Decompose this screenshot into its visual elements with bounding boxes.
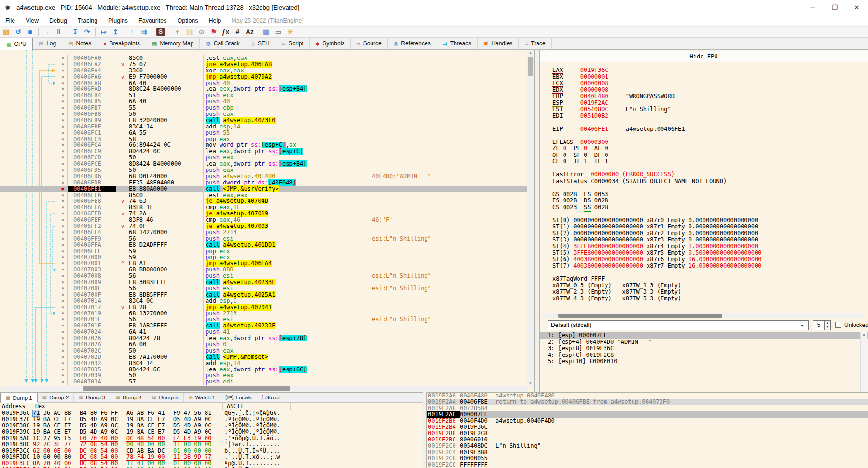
instruction-dot[interactable]: ● — [58, 285, 68, 292]
tab-dump-4[interactable]: ▦Dump 4 — [110, 393, 147, 402]
tab-dump-5[interactable]: ▦Dump 5 — [147, 393, 184, 402]
step-over-icon[interactable]: ↷ — [81, 27, 93, 37]
register-line[interactable] — [552, 119, 868, 126]
instruction-dot[interactable]: ● — [58, 92, 68, 99]
argument-row[interactable]: 1: [esp] 000007FF — [540, 332, 868, 339]
register-line[interactable]: ST(7) 40038000000000000000 x87r7 Empty 1… — [552, 263, 868, 269]
stack-panel[interactable]: 0019F2A00040F480a4wsetup.0040F4800019F2A… — [426, 392, 868, 468]
disasm-row[interactable]: ●00406FFF59pop ecx — [0, 248, 528, 255]
disassembly-panel[interactable]: EIP ●00406FA085C0test eax,eax●00406FA2v7… — [0, 50, 535, 392]
menu-favourites[interactable]: Favourites — [133, 17, 172, 24]
trace-into-icon[interactable]: ⇉ — [138, 27, 150, 37]
close-button[interactable]: ✕ — [846, 0, 868, 15]
scroll-down-icon[interactable]: ▼ — [527, 381, 534, 385]
argument-count-stepper[interactable]: 5 — [813, 320, 825, 330]
instruction-dot[interactable]: ● — [58, 105, 68, 111]
disasm-row[interactable]: ●0040702A6A 00push 0 — [0, 341, 528, 348]
about-icon[interactable]: ☀ — [284, 27, 296, 37]
argument-row[interactable]: 5: [esp+10] 80006010 — [540, 358, 868, 365]
arguments-scrollbar[interactable]: ▲ — [860, 332, 867, 392]
register-line[interactable]: x87TW_2 3 (Empty) x87TW_3 3 (Empty) — [552, 289, 868, 296]
argument-row[interactable]: 3: [esp+8] 0019F36C — [540, 345, 868, 352]
instruction-dot[interactable]: ● — [58, 292, 68, 298]
tab-locals[interactable]: [x=]Locals — [220, 393, 257, 402]
disassembly-hscrollbar[interactable] — [1, 386, 528, 392]
instruction-dot[interactable]: ● — [58, 55, 68, 61]
register-line[interactable]: CS 0023 SS 002B — [552, 204, 868, 211]
disasm-row[interactable]: ●00406FE1E8 880A0000call <JMP.&usrVerify… — [0, 186, 528, 192]
disasm-row[interactable]: ●00406FF956push esiesi:L"n Shilling" — [0, 236, 528, 242]
register-line[interactable]: EIP 00406FE1 a4wsetup.00406FE1 — [552, 126, 868, 133]
register-line[interactable]: EBP 0040F480 "WRONGPASSWORD — [552, 93, 868, 100]
instruction-dot[interactable]: ● — [58, 136, 68, 142]
instruction-dot[interactable]: ● — [58, 229, 68, 236]
stack-row[interactable]: 0019F2AC000007FF — [427, 411, 868, 418]
disasm-row[interactable]: ●0040700E56push esiesi:L"n Shilling" — [0, 285, 528, 292]
tab-dump-1[interactable]: ▦Dump 1 — [0, 393, 38, 403]
disassembly-vscrollbar[interactable]: ▲ ▼ — [527, 51, 534, 386]
register-line[interactable] — [552, 184, 868, 191]
hexdump-row[interactable]: 0019F3FCBA 70 40 00DC 08 54 0011 01 00 0… — [0, 467, 423, 468]
argument-row[interactable]: 4: [esp+C] 0019F2C8 — [540, 352, 868, 359]
menu-debug[interactable]: Debug — [44, 17, 72, 24]
stack-row[interactable]: 0019F2B40019F36C — [427, 424, 868, 430]
instruction-dot[interactable]: ● — [58, 329, 68, 335]
register-line[interactable]: ST(1) 00000000000000000000 x87r1 Empty 0… — [552, 224, 868, 230]
register-line[interactable]: ST(4) 3FFF8000000000000000 x87r4 Empty 1… — [552, 243, 868, 250]
menu-plugins[interactable]: Plugins — [103, 17, 133, 24]
register-line[interactable]: ST(5) 3FFE8000000000000000 x87r5 Empty 0… — [552, 250, 868, 256]
instruction-dot[interactable]: ● — [58, 142, 68, 148]
disasm-row[interactable]: ●00406FA2v75 07jne a4wsetup.406FAB — [0, 61, 528, 68]
instruction-dot[interactable]: ● — [58, 311, 68, 317]
register-line[interactable]: CF 0 TF 1 IF 1 — [552, 158, 868, 165]
instruction-dot[interactable]: ● — [58, 192, 68, 199]
instruction-dot[interactable]: ● — [58, 173, 68, 180]
tab-watch-1[interactable]: ◉Watch 1 — [184, 393, 221, 402]
register-line[interactable]: EDI 005100B2 — [552, 113, 868, 120]
run-to-user-code-icon[interactable]: ↑ — [126, 27, 138, 37]
disasm-row[interactable]: ●00406FDBFF35 48E04000push dword ptr ds:… — [0, 180, 528, 186]
disasm-row[interactable]: ●00406FBE83C4 14add esp,14 — [0, 124, 528, 130]
function-icon[interactable]: ƒx — [220, 27, 232, 37]
breakpoint-dot[interactable]: ● — [58, 186, 68, 192]
register-line[interactable] — [552, 269, 868, 276]
register-line[interactable]: EFLAGS 00000300 — [552, 139, 868, 146]
instruction-dot[interactable]: ● — [58, 304, 68, 311]
instruction-dot[interactable]: ● — [58, 341, 68, 348]
disasm-row[interactable]: ●00406FB9E8 32040000call a4wsetup.4073F0 — [0, 117, 528, 124]
instruction-dot[interactable]: ● — [58, 161, 68, 167]
disasm-row[interactable]: ●0040700FE8 8DB5FFFFcall a4wsetup.4025A1 — [0, 292, 528, 298]
settings-badge-icon[interactable]: S — [156, 28, 165, 36]
instruction-dot[interactable]: ● — [58, 223, 68, 229]
comment-icon[interactable]: ▤ — [183, 27, 195, 37]
stack-row[interactable]: 0019F2A80072D5B4 — [427, 405, 868, 411]
instruction-dot[interactable]: ● — [58, 148, 68, 155]
hide-fpu-button[interactable]: Hide FPU — [540, 51, 868, 62]
instruction-dot[interactable]: ● — [58, 379, 68, 385]
scroll-up-icon[interactable]: ▲ — [861, 332, 867, 337]
instruction-dot[interactable]: ● — [58, 68, 68, 74]
disasm-row[interactable]: ●00406FA6vE9 F7000000jmp a4wsetup.4070A2 — [0, 74, 528, 80]
scroll-up-icon[interactable]: ▲ — [527, 51, 534, 55]
argument-row[interactable]: 2: [esp+4] 0040F4D0 "ADMIN " — [540, 339, 868, 346]
register-line[interactable]: OF 0 SF 0 DF 0 — [552, 152, 868, 159]
instruction-dot[interactable]: ● — [58, 273, 68, 279]
disasm-row[interactable]: ●00406FA085C0test eax,eax — [0, 55, 528, 61]
script-icon[interactable]: ▥ — [260, 27, 272, 37]
instruction-dot[interactable]: ● — [58, 242, 68, 248]
tab-dump-3[interactable]: ▦Dump 3 — [74, 393, 110, 402]
restart-icon[interactable]: ↺ — [12, 27, 24, 37]
tab-call-stack[interactable]: ▥Call Stack — [200, 38, 246, 49]
disasm-row[interactable]: ●00406FF468 14270000push 2714 — [0, 229, 528, 236]
calculator-icon[interactable]: ▭ — [272, 27, 284, 37]
tab-trace[interactable]: ∴Trace — [519, 38, 551, 49]
instruction-dot[interactable]: ● — [58, 130, 68, 136]
register-line[interactable]: ZF 0 PF 0 AF 0 — [552, 145, 868, 152]
stop-icon[interactable]: ■ — [24, 27, 36, 37]
hash-icon[interactable]: # — [232, 27, 244, 37]
tab-breakpoints[interactable]: ●Breakpoints — [97, 38, 146, 49]
disasm-row[interactable]: ●0040703A57push edi — [0, 379, 528, 385]
bookmark-icon[interactable]: ⚑ — [207, 27, 220, 37]
tab-memory-map[interactable]: ▦Memory Map — [146, 38, 200, 49]
instruction-dot[interactable]: ● — [58, 80, 68, 86]
